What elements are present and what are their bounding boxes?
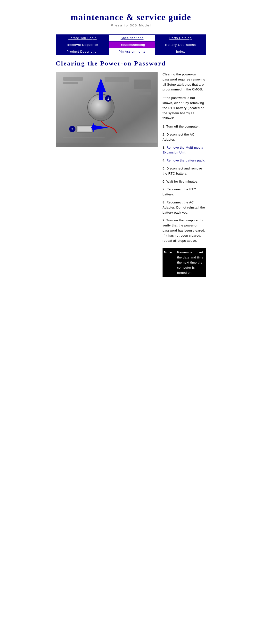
subtitle: Presario 305 Model xyxy=(56,24,206,27)
nav-product-description[interactable]: Product Description xyxy=(56,48,109,55)
svg-rect-3 xyxy=(105,77,129,82)
battery-diagram: 1 2 xyxy=(56,72,158,147)
step-6: 6. Wait for five minutes. xyxy=(163,179,206,184)
nav-index[interactable]: Index xyxy=(155,48,206,55)
nav-link-index[interactable]: Index xyxy=(176,50,185,53)
svg-rect-4 xyxy=(134,80,151,89)
nav-link-removal-sequence[interactable]: Removal Sequence xyxy=(67,43,98,46)
svg-rect-1 xyxy=(63,77,83,81)
svg-text:1: 1 xyxy=(107,97,109,100)
main-title: maintenance & service guide xyxy=(56,12,206,22)
navigation-table: Before You Begin Specifications Parts Ca… xyxy=(56,34,206,55)
note-text: Remember to set the date and time the ne… xyxy=(175,248,206,277)
nav-removal-sequence[interactable]: Removal Sequence xyxy=(56,42,109,48)
intro-paragraph-2: If the password is not known, clear it b… xyxy=(163,96,206,121)
nav-troubleshooting[interactable]: Troubleshooting xyxy=(109,42,155,48)
intro-paragraph-1: Clearing the power-on password requires … xyxy=(163,72,206,92)
nav-link-specifications[interactable]: Specifications xyxy=(121,36,143,40)
nav-before-you-begin[interactable]: Before You Begin xyxy=(56,35,109,42)
nav-link-parts-catalog[interactable]: Parts Catalog xyxy=(169,36,192,40)
note-label: Note: xyxy=(163,248,175,277)
svg-text:2: 2 xyxy=(71,127,73,131)
svg-rect-15 xyxy=(78,126,91,132)
main-content: 1 2 Clearing the power-on password requi… xyxy=(56,72,206,277)
board-svg: 1 2 xyxy=(56,72,158,147)
step-1: 1. Turn off the computer. xyxy=(163,124,206,129)
nav-parts-catalog[interactable]: Parts Catalog xyxy=(155,35,206,42)
step-4: 4. Remove the battery pack. xyxy=(163,158,206,163)
instructions-text: Clearing the power-on password requires … xyxy=(163,72,206,277)
step-2: 2. Disconnect the AC Adapter. xyxy=(163,132,206,142)
diagram-container: 1 2 xyxy=(56,72,158,277)
note-box: Note: Remember to set the date and time … xyxy=(163,248,206,277)
link-multimedia[interactable]: Remove the Multi-media Expansion Unit xyxy=(163,146,203,154)
step-3: 3. Remove the Multi-media Expansion Unit… xyxy=(163,145,206,156)
step-8: 8. Reconnect the AC Adapter. Do not rein… xyxy=(163,200,206,215)
nav-battery-operations[interactable]: Battery Operations xyxy=(155,42,206,48)
nav-link-pin-assignments[interactable]: Pin Assignments xyxy=(119,50,146,53)
svg-rect-19 xyxy=(56,142,158,147)
svg-rect-2 xyxy=(63,82,78,84)
step-9: 9. Turn on the computer to verify that t… xyxy=(163,218,206,243)
svg-rect-5 xyxy=(139,92,151,94)
nav-link-product-description[interactable]: Product Description xyxy=(67,50,99,53)
nav-link-before-you-begin[interactable]: Before You Begin xyxy=(68,36,97,40)
nav-link-troubleshooting[interactable]: Troubleshooting xyxy=(119,43,145,46)
nav-pin-assignments[interactable]: Pin Assignments xyxy=(109,48,155,55)
nav-link-battery-operations[interactable]: Battery Operations xyxy=(165,43,196,46)
page-title: Clearing the Power-on Password xyxy=(56,60,206,67)
page-header: maintenance & service guide Presario 305… xyxy=(56,5,206,30)
step-7: 7. Reconnect the RTC battery. xyxy=(163,187,206,197)
link-battery-pack[interactable]: Remove the battery pack. xyxy=(166,158,205,162)
step-5: 5. Disconnect and remove the RTC battery… xyxy=(163,166,206,176)
nav-specifications[interactable]: Specifications xyxy=(109,35,155,42)
